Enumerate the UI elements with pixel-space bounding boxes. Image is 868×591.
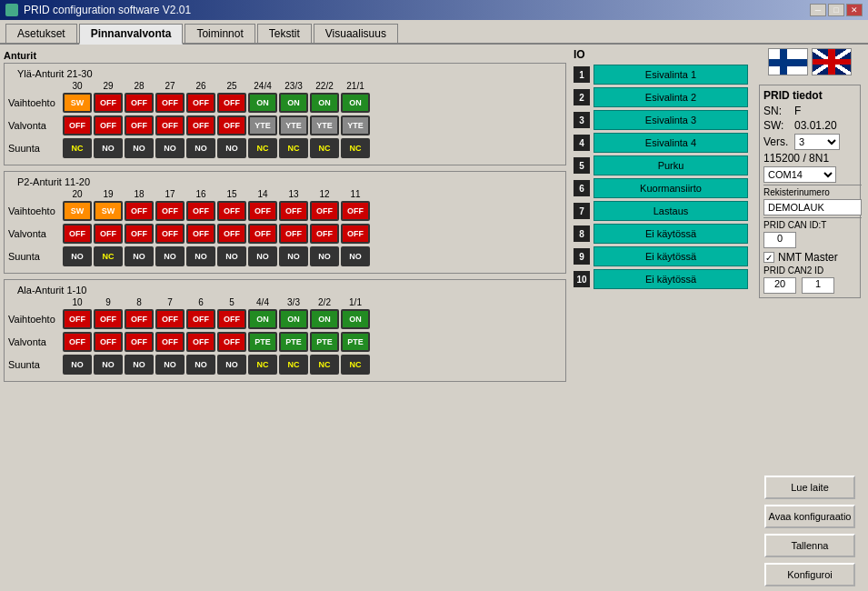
ala-valvonta-1[interactable]: PTE	[341, 332, 370, 352]
ala-suunta-5[interactable]: NO	[217, 355, 246, 375]
p2-vaihtoehto-12[interactable]: OFF	[310, 201, 339, 221]
p2-vaihtoehto-18[interactable]: OFF	[125, 201, 154, 221]
yla-vaihtoehto-25[interactable]: OFF	[217, 93, 246, 113]
ala-vaihtoehto-10[interactable]: OFF	[63, 309, 92, 329]
p2-vaihtoehto-11[interactable]: OFF	[341, 201, 370, 221]
p2-vaihtoehto-13[interactable]: OFF	[279, 201, 308, 221]
ala-valvonta-5[interactable]: OFF	[217, 332, 246, 352]
canid2b-input[interactable]: 1	[802, 277, 834, 294]
ala-valvonta-2[interactable]: PTE	[310, 332, 339, 352]
ala-valvonta-3[interactable]: PTE	[279, 332, 308, 352]
p2-suunta-19[interactable]: NC	[94, 246, 123, 266]
ala-vaihtoehto-1[interactable]: ON	[341, 309, 370, 329]
p2-valvonta-20[interactable]: OFF	[63, 224, 92, 244]
lue-button[interactable]: Lue laite	[764, 476, 855, 499]
ala-valvonta-8[interactable]: OFF	[125, 332, 154, 352]
avaa-button[interactable]: Avaa konfiguraatio	[764, 505, 855, 528]
ala-suunta-4[interactable]: NC	[248, 355, 277, 375]
yla-valvonta-29[interactable]: OFF	[94, 115, 123, 135]
tab-asetukset[interactable]: Asetukset	[5, 24, 77, 43]
ala-vaihtoehto-9[interactable]: OFF	[94, 309, 123, 329]
p2-vaihtoehto-17[interactable]: OFF	[155, 201, 185, 221]
yla-vaihtoehto-30[interactable]: SW	[63, 93, 92, 113]
canidt-input[interactable]: 0	[763, 232, 796, 248]
ala-vaihtoehto-5[interactable]: OFF	[217, 309, 246, 329]
yla-vaihtoehto-21[interactable]: ON	[341, 93, 370, 113]
ala-vaihtoehto-6[interactable]: OFF	[186, 309, 215, 329]
yla-valvonta-23[interactable]: YTE	[279, 115, 308, 135]
p2-suunta-12[interactable]: NO	[310, 246, 339, 266]
yla-vaihtoehto-24[interactable]: ON	[248, 93, 277, 113]
io-btn-3[interactable]: Esivalinta 3	[594, 110, 748, 130]
ala-suunta-9[interactable]: NO	[94, 355, 123, 375]
p2-vaihtoehto-16[interactable]: OFF	[186, 201, 215, 221]
p2-suunta-18[interactable]: NO	[125, 246, 154, 266]
yla-vaihtoehto-28[interactable]: OFF	[125, 93, 154, 113]
ala-valvonta-9[interactable]: OFF	[94, 332, 123, 352]
ala-vaihtoehto-2[interactable]: ON	[310, 309, 339, 329]
p2-suunta-13[interactable]: NO	[279, 246, 308, 266]
p2-vaihtoehto-20[interactable]: SW	[63, 201, 92, 221]
yla-suunta-22[interactable]: NC	[310, 138, 339, 158]
nmt-checkbox[interactable]: ✓	[763, 252, 774, 263]
p2-valvonta-13[interactable]: OFF	[279, 224, 308, 244]
p2-valvonta-15[interactable]: OFF	[217, 224, 246, 244]
yla-vaihtoehto-22[interactable]: ON	[310, 93, 339, 113]
yla-valvonta-26[interactable]: OFF	[186, 115, 215, 135]
yla-valvonta-28[interactable]: OFF	[125, 115, 154, 135]
yla-valvonta-27[interactable]: OFF	[155, 115, 185, 135]
yla-vaihtoehto-27[interactable]: OFF	[155, 93, 185, 113]
p2-valvonta-12[interactable]: OFF	[310, 224, 339, 244]
p2-suunta-16[interactable]: NO	[186, 246, 215, 266]
ala-vaihtoehto-8[interactable]: OFF	[125, 309, 154, 329]
com-select[interactable]: COM14	[763, 166, 836, 183]
yla-valvonta-21[interactable]: YTE	[341, 115, 370, 135]
io-btn-2[interactable]: Esivalinta 2	[594, 87, 748, 107]
yla-suunta-23[interactable]: NC	[279, 138, 308, 158]
close-button[interactable]: ✕	[846, 4, 863, 16]
p2-vaihtoehto-14[interactable]: OFF	[248, 201, 277, 221]
ala-valvonta-4[interactable]: PTE	[248, 332, 277, 352]
tab-pinnanvalvonta[interactable]: Pinnanvalvonta	[79, 24, 184, 45]
p2-valvonta-19[interactable]: OFF	[94, 224, 123, 244]
ala-valvonta-6[interactable]: OFF	[186, 332, 215, 352]
p2-vaihtoehto-19[interactable]: SW	[94, 201, 123, 221]
canid2a-input[interactable]: 20	[763, 277, 796, 294]
ala-suunta-7[interactable]: NO	[155, 355, 185, 375]
io-btn-10[interactable]: Ei käytössä	[594, 269, 748, 289]
p2-suunta-17[interactable]: NO	[155, 246, 185, 266]
p2-valvonta-18[interactable]: OFF	[125, 224, 154, 244]
io-btn-8[interactable]: Ei käytössä	[594, 224, 748, 244]
ala-valvonta-10[interactable]: OFF	[63, 332, 92, 352]
vers-select[interactable]: 3	[794, 134, 840, 150]
tallenna-button[interactable]: Tallenna	[764, 534, 855, 557]
konfiguroi-button[interactable]: Konfiguroi	[764, 563, 855, 586]
tab-tekstit[interactable]: Tekstit	[257, 24, 312, 43]
ala-suunta-10[interactable]: NO	[63, 355, 92, 375]
yla-vaihtoehto-26[interactable]: OFF	[186, 93, 215, 113]
minimize-button[interactable]: ─	[810, 4, 826, 16]
yla-suunta-24[interactable]: NC	[248, 138, 277, 158]
io-btn-4[interactable]: Esivalinta 4	[594, 133, 748, 153]
p2-valvonta-17[interactable]: OFF	[155, 224, 185, 244]
p2-suunta-14[interactable]: NO	[248, 246, 277, 266]
p2-suunta-15[interactable]: NO	[217, 246, 246, 266]
ala-suunta-8[interactable]: NO	[125, 355, 154, 375]
yla-suunta-21[interactable]: NC	[341, 138, 370, 158]
p2-valvonta-11[interactable]: OFF	[341, 224, 370, 244]
yla-vaihtoehto-23[interactable]: ON	[279, 93, 308, 113]
flag-uk[interactable]	[812, 48, 852, 75]
p2-vaihtoehto-15[interactable]: OFF	[217, 201, 246, 221]
yla-valvonta-25[interactable]: OFF	[217, 115, 246, 135]
p2-suunta-20[interactable]: NO	[63, 246, 92, 266]
p2-suunta-11[interactable]: NO	[341, 246, 370, 266]
tab-visuaalisuus[interactable]: Visuaalisuus	[314, 24, 398, 43]
yla-suunta-27[interactable]: NO	[155, 138, 185, 158]
ala-suunta-6[interactable]: NO	[186, 355, 215, 375]
yla-suunta-25[interactable]: NO	[217, 138, 246, 158]
yla-valvonta-30[interactable]: OFF	[63, 115, 92, 135]
io-btn-7[interactable]: Lastaus	[594, 201, 748, 221]
ala-valvonta-7[interactable]: OFF	[155, 332, 185, 352]
yla-valvonta-22[interactable]: YTE	[310, 115, 339, 135]
yla-vaihtoehto-29[interactable]: OFF	[94, 93, 123, 113]
